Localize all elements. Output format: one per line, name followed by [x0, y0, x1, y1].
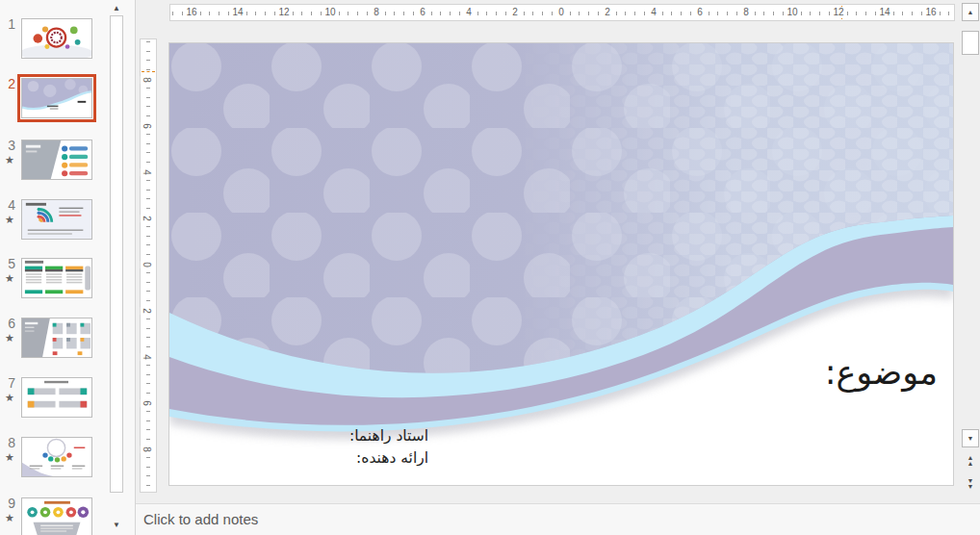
animation-star-icon: ★: [5, 154, 14, 166]
slide-thumbnail-2[interactable]: [21, 78, 92, 118]
h-ruler-label: 10: [322, 7, 337, 18]
slide-thumbnail-row-6: 6★: [0, 318, 109, 364]
ruler-cursor-marker: [142, 71, 155, 72]
thumbnail-scrollbar-thumb[interactable]: [110, 15, 123, 493]
credit-line-supervisor: استاد راهنما:: [349, 425, 428, 447]
h-ruler-label: 0: [556, 7, 566, 18]
vertical-ruler[interactable]: 864202468: [140, 38, 157, 493]
slide-number: 8: [0, 435, 15, 450]
slide-thumbnail-row-9: 9★: [0, 497, 109, 535]
v-ruler-label: 6: [141, 399, 152, 407]
notes-placeholder: Click to add notes: [143, 504, 258, 534]
h-ruler-label: 2: [510, 7, 520, 18]
double-down-icon: ▼: [967, 484, 974, 490]
slide-number: 9: [0, 496, 15, 511]
scroll-down-icon[interactable]: ▼: [110, 520, 123, 531]
v-ruler-label: 0: [141, 261, 152, 268]
notes-pane[interactable]: Click to add notes: [136, 503, 980, 535]
slide-thumbnail-art: [22, 200, 91, 239]
slide-thumbnail-art: [22, 318, 91, 357]
slide-thumbnail-row-2: 2: [0, 78, 109, 124]
scrollbar-thumb[interactable]: [962, 31, 979, 55]
slide-thumbnail-9[interactable]: [21, 497, 92, 535]
slide-thumbnail-3[interactable]: [21, 140, 92, 180]
credit-line-presenter: ارائه دهنده:: [349, 447, 428, 470]
h-ruler-label: 6: [695, 7, 705, 18]
slide-number: 2: [0, 76, 15, 91]
slide-thumbnail-art: [22, 259, 91, 297]
slide-thumbnail-row-1: 1: [0, 18, 109, 64]
slide-thumbnail-row-4: 4★: [0, 199, 109, 245]
v-ruler-label: 2: [141, 215, 152, 222]
slide-thumbnail-art: [22, 378, 91, 417]
powerpoint-normal-view: 1 2 3★ 4★ 5★: [0, 0, 980, 535]
slide-thumbnail-row-7: 7★: [0, 377, 109, 423]
h-ruler-label: 12: [831, 7, 845, 18]
v-ruler-label: 2: [141, 307, 152, 315]
next-slide-button[interactable]: ▼ ▼: [962, 473, 979, 495]
animation-star-icon: ★: [5, 214, 14, 226]
slide-thumbnail-6[interactable]: [21, 318, 92, 358]
main-scrollbar: ▲ ▼ ▲ ▲ ▼ ▼: [962, 0, 980, 503]
slide-thumbnail-8[interactable]: [21, 437, 92, 477]
v-ruler-label: 8: [141, 76, 152, 84]
thumbnail-scrollbar[interactable]: ▲ ▼: [108, 0, 125, 535]
slide-number: 5: [0, 256, 15, 271]
animation-star-icon: ★: [5, 512, 14, 524]
slide-thumbnail-art: [22, 498, 91, 535]
scroll-up-button[interactable]: ▲: [962, 3, 979, 21]
v-ruler-label: 8: [141, 446, 152, 453]
animation-star-icon: ★: [5, 332, 14, 344]
v-ruler-label: 4: [141, 353, 152, 361]
slide-thumbnail-row-8: 8★: [0, 437, 109, 483]
h-ruler-label: 8: [372, 7, 381, 18]
animation-star-icon: ★: [5, 272, 14, 285]
h-ruler-label: 10: [785, 7, 799, 18]
h-ruler-label: 16: [184, 7, 198, 18]
h-ruler-label: 8: [741, 7, 751, 18]
slide-thumbnail-7[interactable]: [21, 377, 92, 418]
h-ruler-label: 14: [230, 7, 245, 18]
slide-thumbnail-4[interactable]: [21, 199, 92, 240]
slide-thumbnail-1[interactable]: [21, 18, 92, 59]
h-ruler-label: 4: [649, 7, 658, 18]
slide-thumbnail-art: [22, 140, 91, 179]
slide-thumbnail-row-3: 3★: [0, 140, 109, 186]
h-ruler-label: 2: [603, 7, 612, 18]
slide-wave-background: [169, 43, 953, 485]
animation-star-icon: ★: [5, 451, 14, 464]
previous-slide-button[interactable]: ▲ ▲: [962, 450, 979, 471]
slide-number: 7: [0, 375, 15, 391]
slide-credits-placeholder[interactable]: استاد راهنما: ارائه دهنده:: [349, 425, 428, 470]
slide-number: 6: [0, 316, 15, 331]
slide-thumbnail-5[interactable]: [21, 258, 92, 298]
horizontal-ruler[interactable]: 1614121086420246810121416: [169, 4, 955, 21]
h-ruler-label: 12: [276, 7, 291, 18]
slide-title-placeholder[interactable]: موضوع:: [825, 349, 938, 395]
scroll-up-icon[interactable]: ▲: [110, 3, 123, 14]
slide-number: 3: [0, 138, 15, 153]
slide-number: 1: [0, 16, 15, 32]
animation-star-icon: ★: [5, 392, 14, 404]
h-ruler-label: 6: [418, 7, 427, 18]
scroll-down-button[interactable]: ▼: [962, 429, 979, 447]
v-ruler-label: 6: [141, 122, 152, 130]
h-ruler-label: 16: [923, 7, 938, 18]
h-ruler-label: 14: [877, 7, 891, 18]
slide-number: 4: [0, 197, 15, 213]
v-ruler-label: 4: [141, 168, 152, 176]
double-up-icon: ▲: [967, 461, 974, 467]
slide-canvas[interactable]: موضوع: استاد راهنما: ارائه دهنده:: [169, 43, 953, 485]
slide-thumbnail-art: [22, 19, 91, 58]
slide-thumbnail-art: [22, 438, 91, 476]
slide-thumbnail-art: [22, 79, 91, 117]
h-ruler-label: 4: [464, 7, 474, 18]
slide-thumbnail-row-5: 5★: [0, 258, 109, 304]
